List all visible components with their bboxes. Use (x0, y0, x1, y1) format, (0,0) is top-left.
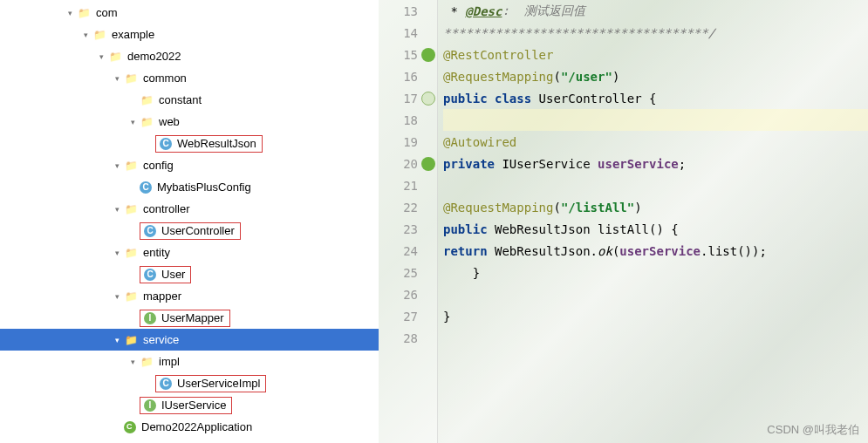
chevron-down-icon[interactable]: ▾ (94, 50, 108, 64)
tree-item-controller[interactable]: ▾controller (0, 198, 379, 220)
tree-item-impl[interactable]: ▾impl (0, 351, 379, 372)
tree-item-label: impl (157, 355, 181, 368)
tree-item-label: MybatisPlusConfig (155, 181, 253, 194)
tree-item-config[interactable]: ▾config (0, 154, 379, 176)
tree-item-mapper[interactable]: ▾mapper (0, 285, 379, 307)
chevron-down-icon[interactable]: ▾ (79, 28, 92, 42)
line-number: 27 (379, 305, 437, 327)
tree-item-userserviceimpl[interactable]: UserServiceImpl (0, 372, 379, 394)
tree-item-webresultjson[interactable]: WebResultJson (0, 133, 379, 154)
code-line[interactable] (443, 109, 868, 131)
chevron-down-icon[interactable]: ▾ (126, 355, 140, 369)
tree-item-label: example (110, 28, 156, 41)
line-number: 13 (379, 0, 437, 22)
interface-icon (144, 312, 156, 324)
tree-item-demo2022application[interactable]: Demo2022Application (0, 416, 379, 438)
chevron-down-icon[interactable]: ▾ (63, 6, 77, 20)
tree-item-label: controller (141, 202, 191, 215)
interface-icon (144, 399, 156, 412)
tree-item-usercontroller[interactable]: UserController (0, 220, 379, 242)
line-number: 22 (379, 196, 437, 218)
folder-icon (124, 202, 138, 216)
tree-item-common[interactable]: ▾common (0, 67, 379, 89)
tree-item-iuserservice[interactable]: IUserService (0, 394, 379, 416)
tree-item-entity[interactable]: ▾entity (0, 242, 379, 263)
folder-icon (124, 333, 138, 347)
chevron-down-icon[interactable]: ▾ (110, 290, 124, 303)
code-line[interactable]: @RequestMapping("/user") (443, 65, 868, 87)
class-icon (144, 269, 156, 281)
project-tree[interactable]: ▾com▾example▾demo2022▾commonconstant▾web… (0, 0, 379, 443)
chevron-down-icon[interactable]: ▾ (110, 72, 124, 85)
code-line[interactable]: @Autowired (443, 131, 868, 153)
tree-item-example[interactable]: ▾example (0, 24, 379, 45)
code-line[interactable]: * @Desc : 测试返回值 (443, 0, 868, 22)
editor-gutter: 13141516171819202122232425262728 (379, 0, 438, 443)
tree-item-label: WebResultJson (175, 137, 258, 150)
chevron-down-icon[interactable]: ▾ (126, 115, 140, 129)
code-line[interactable]: @RequestMapping("/listAll") (443, 196, 868, 218)
folder-icon (77, 6, 91, 20)
tree-item-label: Demo2022Application (140, 420, 254, 433)
chevron-down-icon[interactable]: ▾ (110, 202, 124, 216)
tree-item-resources[interactable]: ▸resources (0, 438, 379, 443)
highlight-box: IUserService (140, 397, 232, 414)
folder-icon (140, 93, 154, 107)
watermark: CSDN @叫我老伯 (767, 422, 859, 438)
spring-bean-icon[interactable] (421, 92, 435, 106)
folder-icon (124, 72, 138, 85)
chevron-down-icon[interactable]: ▾ (110, 333, 124, 347)
tree-item-label: constant (157, 93, 203, 106)
line-number: 20 (379, 153, 437, 174)
code-line[interactable]: public WebResultJson listAll() { (443, 218, 868, 240)
tree-item-usermapper[interactable]: UserMapper (0, 307, 379, 329)
folder-icon (140, 355, 154, 369)
tree-item-label: common (141, 72, 188, 85)
code-line[interactable]: private IUserService userService; (443, 153, 868, 174)
code-line[interactable] (443, 327, 868, 349)
highlight-box: UserServiceImpl (155, 375, 266, 392)
spring-boot-icon (124, 421, 136, 433)
code-editor[interactable]: 13141516171819202122232425262728 * @Desc… (379, 0, 868, 443)
code-line[interactable]: @RestController (443, 44, 868, 65)
line-number: 23 (379, 218, 437, 240)
code-line[interactable] (443, 283, 868, 305)
code-area[interactable]: * @Desc : 测试返回值 ************************… (438, 0, 868, 443)
folder-icon (124, 290, 138, 303)
line-number: 25 (379, 262, 437, 283)
line-number: 18 (379, 109, 437, 131)
tree-item-label: entity (141, 246, 172, 259)
spring-leaf-icon[interactable] (421, 157, 435, 171)
tree-item-label: service (141, 333, 181, 346)
folder-icon (140, 115, 154, 129)
tree-item-label: mapper (141, 290, 183, 303)
tree-item-user[interactable]: User (0, 263, 379, 285)
highlight-box: WebResultJson (155, 135, 263, 153)
tree-item-demo2022[interactable]: ▾demo2022 (0, 45, 379, 67)
tree-item-label: User (160, 268, 187, 281)
tree-item-service[interactable]: ▾service (0, 329, 379, 351)
line-number: 19 (379, 131, 437, 153)
code-line[interactable]: public class UserController { (443, 87, 868, 109)
tree-item-web[interactable]: ▾web (0, 111, 379, 133)
chevron-down-icon[interactable]: ▾ (110, 159, 124, 173)
line-number: 24 (379, 240, 437, 262)
code-line[interactable] (443, 174, 868, 196)
code-line[interactable]: } (443, 262, 868, 283)
line-number: 26 (379, 283, 437, 305)
highlight-box: UserMapper (140, 310, 230, 327)
class-icon (160, 138, 172, 150)
tree-item-constant[interactable]: constant (0, 89, 379, 111)
code-line[interactable]: ************************************/ (443, 22, 868, 44)
chevron-down-icon[interactable]: ▾ (110, 246, 124, 260)
folder-icon (108, 50, 122, 64)
tree-item-mybatisplusconfig[interactable]: MybatisPlusConfig (0, 176, 379, 198)
spring-leaf-icon[interactable] (421, 48, 435, 62)
code-line[interactable]: return WebResultJson.ok(userService.list… (443, 240, 868, 262)
highlight-box: User (140, 266, 191, 283)
code-line[interactable]: } (443, 305, 868, 327)
line-number: 17 (379, 87, 437, 109)
tree-item-label: UserController (160, 224, 236, 237)
line-number: 21 (379, 174, 437, 196)
tree-item-com[interactable]: ▾com (0, 2, 379, 24)
